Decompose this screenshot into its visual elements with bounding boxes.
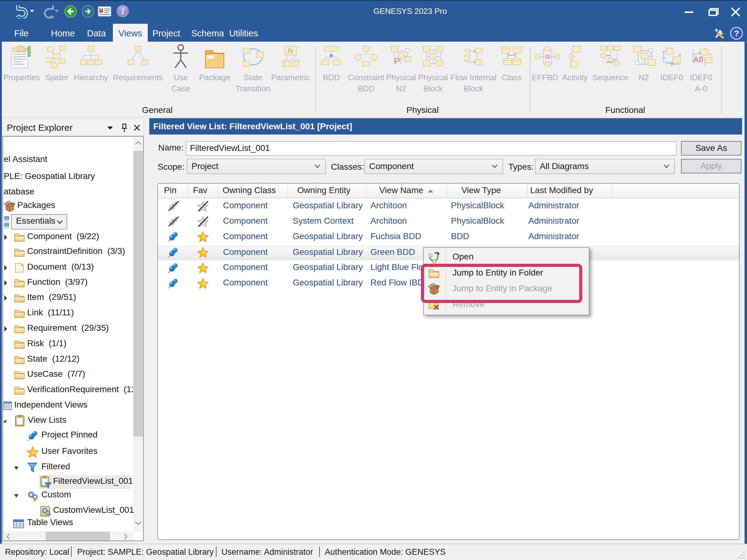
svg-text:A0: A0 [693, 55, 703, 64]
svg-text:i: i [122, 6, 124, 16]
svg-text:?: ? [734, 29, 739, 38]
svg-text:P: P [394, 56, 400, 66]
svg-text:fx: fx [287, 47, 293, 55]
